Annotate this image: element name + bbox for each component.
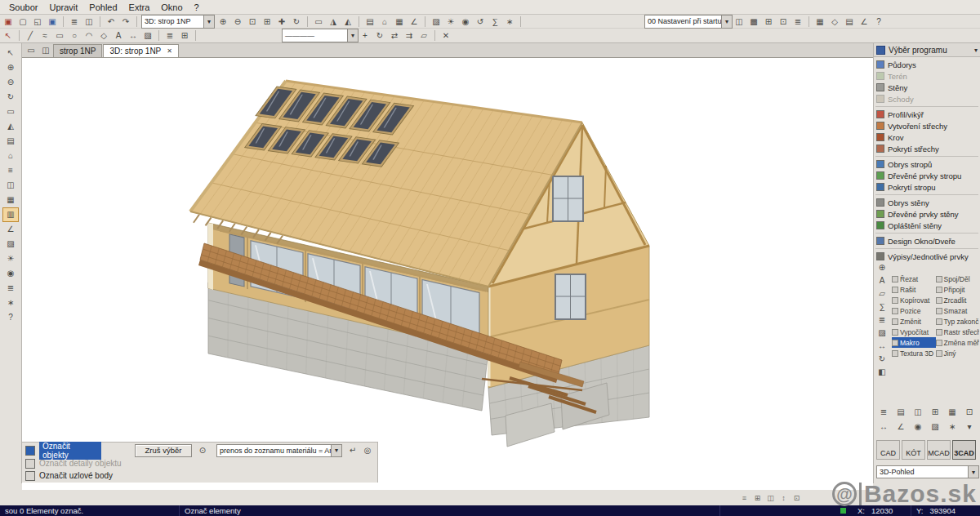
startup-settings-combo[interactable]: 00 Nastavení při startu: [644, 15, 733, 29]
zoom-tool-icon[interactable]: ⊕: [875, 262, 889, 274]
gable-window[interactable]: [553, 176, 583, 221]
command-p-ipojit[interactable]: Připojit: [936, 284, 980, 295]
mode-button-k-t[interactable]: KÓT: [902, 440, 925, 460]
sidebar-item-ter-n[interactable]: Terén: [874, 70, 980, 82]
save-icon[interactable]: ▣: [46, 16, 59, 28]
color-icon[interactable]: ◧: [875, 367, 889, 378]
sidebar-item-krov[interactable]: Krov: [874, 131, 980, 143]
command-spoj-d-l[interactable]: Spoj/Děl: [936, 274, 980, 284]
layer-roof-icon[interactable]: ⌂: [378, 16, 391, 28]
settings-icon[interactable]: ∗: [503, 16, 516, 28]
angle-icon[interactable]: ∠: [894, 420, 907, 433]
command-zm-nit[interactable]: Změnit: [892, 316, 936, 327]
section-icon[interactable]: ◫: [911, 406, 924, 418]
tab-3d-strop-1np[interactable]: 3D: strop 1NP ✕: [103, 44, 179, 57]
sidebar-item-d-ev-n-prvky-stropu[interactable]: Dřevěné prvky stropu: [874, 170, 980, 181]
target-icon[interactable]: ◎: [361, 444, 374, 456]
3d-canvas[interactable]: [22, 58, 873, 490]
calc-icon[interactable]: ∑: [488, 16, 501, 28]
layers2-icon[interactable]: ▤: [843, 16, 856, 28]
sidebar-item-p-dorys[interactable]: Půdorys: [874, 59, 980, 70]
texture-icon[interactable]: ▨: [3, 238, 18, 251]
sidebar-item-obrys-st-ny[interactable]: Obrys stěny: [874, 197, 980, 208]
delete-icon[interactable]: ✕: [439, 29, 452, 42]
print-preview-icon[interactable]: ◫: [82, 16, 96, 28]
float-view-icon[interactable]: ▭: [24, 45, 38, 56]
hatch-icon[interactable]: ▨: [141, 29, 154, 42]
menu-item[interactable]: ?: [189, 2, 205, 13]
sidebar-item-pokryt-stropu[interactable]: Pokrytí stropu: [874, 181, 980, 193]
walls-icon[interactable]: ▤: [3, 135, 18, 148]
help-icon[interactable]: ?: [872, 16, 885, 28]
menu-soubor[interactable]: Soubor: [3, 2, 43, 13]
view-mode-combo[interactable]: 3D-Pohled: [876, 465, 979, 478]
view-2d-icon[interactable]: ▭: [312, 16, 325, 28]
new-file-icon[interactable]: ▢: [16, 16, 29, 28]
command-makro[interactable]: Makro: [892, 337, 936, 348]
command-vypo-tat[interactable]: Vypočítat: [892, 327, 936, 337]
texture-icon[interactable]: ▨: [929, 420, 942, 433]
undo-icon[interactable]: ↶: [105, 16, 118, 28]
tab-strop-1np[interactable]: strop 1NP: [53, 44, 102, 57]
calculator-icon[interactable]: ∑: [875, 301, 889, 313]
select-details-row[interactable]: Označit detaily objektu: [25, 457, 374, 469]
mode-button-3cad[interactable]: 3CAD: [952, 440, 976, 460]
house-3d-model[interactable]: [22, 58, 873, 490]
group-icon[interactable]: ⊞: [178, 29, 191, 42]
sidebar-item-opl-t-n-st-ny[interactable]: Opláštění stěny: [874, 220, 980, 231]
measure-icon[interactable]: ∠: [3, 223, 18, 236]
refresh-icon[interactable]: ↻: [875, 354, 889, 365]
timber-icon[interactable]: ▥: [3, 208, 18, 221]
grid-icon[interactable]: ▦: [3, 194, 18, 207]
zoom-in-icon[interactable]: ⊕: [3, 61, 18, 74]
camera-icon[interactable]: ◉: [3, 267, 18, 280]
polyline-icon[interactable]: ≈: [38, 29, 51, 42]
menu-extra[interactable]: Extra: [123, 2, 156, 13]
dimension-icon[interactable]: ↔: [127, 29, 140, 42]
command-zrcadlit[interactable]: Zrcadlit: [936, 295, 980, 305]
move-icon[interactable]: +: [359, 29, 372, 42]
select-nodes-label[interactable]: Označit uzlové body: [39, 471, 113, 480]
sidebar-item-st-ny[interactable]: Stěny: [874, 82, 980, 93]
roof-icon[interactable]: ⌂: [3, 149, 18, 162]
select-details-label[interactable]: Označit detaily objektu: [39, 459, 122, 468]
app-icon[interactable]: ▣: [2, 16, 15, 28]
add-icon[interactable]: ⊞: [929, 406, 942, 418]
tile-windows-icon[interactable]: ◫: [733, 16, 746, 28]
screen-mini-icon[interactable]: ⊡: [791, 493, 802, 503]
measure-icon[interactable]: ∠: [408, 16, 421, 28]
apply-icon[interactable]: ↵: [346, 444, 359, 456]
erase-icon[interactable]: ▱: [417, 29, 430, 42]
zoom-in-icon[interactable]: ⊕: [216, 16, 229, 28]
circle-icon[interactable]: ○: [68, 29, 81, 42]
sidebar-item-design-okno-dve-e[interactable]: Design Okno/Dveře: [874, 235, 980, 247]
material-icon[interactable]: ▨: [430, 16, 443, 28]
search-icon[interactable]: ⊙: [196, 444, 209, 456]
view-3d-icon[interactable]: ◮: [327, 16, 340, 28]
refresh-icon[interactable]: ↺: [474, 16, 487, 28]
material-filter-combo[interactable]: prenos do zoznamu materiálu = Ano: [216, 444, 342, 457]
command-ra-it[interactable]: Rašit: [892, 284, 936, 295]
sidebar-item-pokryt-st-echy[interactable]: Pokrytí střechy: [874, 143, 980, 154]
menu-upravit[interactable]: Upravit: [43, 2, 83, 13]
text-icon[interactable]: A: [112, 29, 125, 42]
pan-mini-icon[interactable]: ≡: [739, 493, 750, 503]
grid-small-icon[interactable]: ▦: [813, 16, 826, 28]
sidebar-item-d-ev-n-prvky-st-ny[interactable]: Dřevěné prvky stěny: [874, 208, 980, 220]
command-rastr-st-ech[interactable]: Rastr střech...: [936, 327, 980, 337]
options-icon[interactable]: ∗: [946, 420, 959, 433]
command-smazat[interactable]: Smazat: [936, 305, 980, 316]
grid-icon[interactable]: ▦: [393, 16, 406, 28]
command-kop-rovat[interactable]: Kopírovat: [892, 295, 936, 305]
menu-okno[interactable]: Okno: [155, 2, 188, 13]
zoom-out-icon[interactable]: ⊖: [231, 16, 244, 28]
right-wall-window[interactable]: [555, 274, 586, 319]
ruler-icon[interactable]: ↔: [875, 340, 889, 352]
redo-icon[interactable]: ↷: [119, 16, 132, 28]
grid-icon[interactable]: ▦: [946, 406, 959, 418]
orbit-icon[interactable]: ↻: [3, 91, 18, 104]
walls-icon[interactable]: ▤: [894, 406, 907, 418]
material-icon[interactable]: ▨: [875, 327, 889, 339]
cascade-windows-icon[interactable]: ▩: [747, 16, 760, 28]
rect-icon[interactable]: ▭: [53, 29, 66, 42]
